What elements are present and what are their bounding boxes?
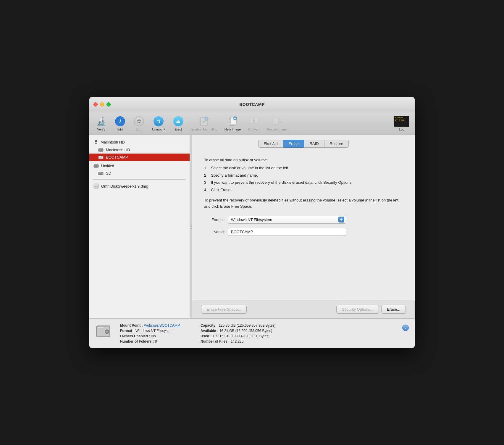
owners-enabled-row: Owners Enabled : No <box>120 334 180 338</box>
svg-rect-21 <box>94 165 96 165</box>
traffic-lights <box>93 102 111 107</box>
close-button[interactable] <box>93 102 98 107</box>
burn-icon: ☢ <box>133 116 145 127</box>
erase-step-4: 4 Click Erase. <box>204 187 403 193</box>
log-button[interactable]: WARNIN AY 7:86 Log <box>392 115 412 132</box>
format-key: Format <box>120 329 132 333</box>
step-num: 1 <box>204 165 206 171</box>
disk-small-icon <box>98 171 104 175</box>
svg-point-25 <box>102 173 103 174</box>
svg-rect-24 <box>99 172 101 173</box>
owners-value: No <box>151 334 156 338</box>
verify-icon: 🔬 <box>96 116 107 127</box>
sidebar: 🖥 Macintosh HD Macintosh HD BOO <box>89 135 190 318</box>
format-value: Windows NT Filesystem <box>135 329 173 333</box>
available-key: Available <box>201 329 216 333</box>
erase-step-3: 3 If you want to prevent the recovery of… <box>204 180 403 186</box>
sidebar-item-omnidisksweeper[interactable]: dmg OmniDiskSweeper-1.9.dmg <box>89 182 190 190</box>
bottom-buttons: Erase Free Space... Security Options... … <box>192 300 415 318</box>
convert-button[interactable]: Convert <box>245 114 263 133</box>
disk-icon: 🖥 <box>93 139 98 145</box>
svg-rect-18 <box>99 156 101 157</box>
capacity-value: 125.36 GB (125,359,357,952 Bytes) <box>219 323 275 328</box>
sidebar-item-bootcamp[interactable]: BOOTCAMP <box>89 154 190 161</box>
unmount-icon: ⇅ <box>153 116 164 127</box>
enable-journaling-button[interactable]: + Enable Journaling <box>188 114 220 133</box>
svg-rect-8 <box>249 118 253 123</box>
used-key: Used <box>201 334 209 338</box>
log-label: Log <box>399 128 404 131</box>
num-folders-row: Number of Folders : 0 <box>120 339 180 344</box>
num-folders-value: 0 <box>155 339 157 344</box>
erase-intro: To erase all data on a disk or volume: <box>204 157 403 163</box>
info-left: Mount Point : /Volumes/BOOTCAMP Format :… <box>120 323 180 344</box>
main-window: BOOTCAMP 🔬 Verify i Info ☢ Burn ⇅ Unmo <box>89 97 415 348</box>
maximize-button[interactable] <box>106 102 111 107</box>
resize-image-button[interactable]: Resize Image <box>264 114 290 133</box>
num-folders-key: Number of Folders <box>120 339 152 344</box>
name-label: Name: <box>204 230 225 234</box>
mount-point-key: Mount Point <box>120 323 140 328</box>
resize-image-icon <box>271 116 282 127</box>
step-num: 3 <box>204 180 206 186</box>
svg-text:dmg: dmg <box>94 185 98 188</box>
format-select-container: Windows NT Filesystem <box>228 216 346 224</box>
right-panel: First Aid Erase RAID Restore To erase al… <box>192 135 415 318</box>
disk-small-icon <box>93 164 99 168</box>
svg-point-16 <box>102 149 103 150</box>
format-row: Format: Windows NT Filesystem <box>204 216 403 224</box>
svg-point-22 <box>97 165 98 166</box>
tab-first-aid[interactable]: First Aid <box>258 140 283 148</box>
erase-step-2: 2 Specify a format and name. <box>204 172 403 179</box>
mount-point-value[interactable]: /Volumes/BOOTCAMP <box>144 323 180 328</box>
sidebar-item-sd[interactable]: SD <box>89 170 190 177</box>
name-input[interactable] <box>228 228 346 236</box>
tab-restore[interactable]: Restore <box>324 140 349 148</box>
sidebar-item-label: BOOTCAMP <box>106 155 128 159</box>
tab-raid[interactable]: RAID <box>304 140 324 148</box>
eject-button[interactable]: ⏏ Eject <box>169 114 187 133</box>
used-value: 109.15 GB (109,149,900,800 Bytes) <box>213 334 269 338</box>
security-options-button[interactable]: Security Options... <box>336 305 379 314</box>
erase-step-1: 1 Select the disk or volume in the list … <box>204 165 403 171</box>
enable-journaling-icon: + <box>199 116 210 127</box>
step-text: Click Erase. <box>211 187 231 193</box>
main-content: 🖥 Macintosh HD Macintosh HD BOO <box>89 135 415 318</box>
new-image-button[interactable]: New Image <box>222 114 244 133</box>
tabs-row: First Aid Erase RAID Restore <box>192 135 415 151</box>
format-select[interactable]: Windows NT Filesystem <box>228 216 346 224</box>
svg-text:+: + <box>206 118 207 120</box>
erase-button[interactable]: Erase... <box>381 305 406 314</box>
num-files-row: Number of Files : 142,236 <box>201 339 276 344</box>
toolbar: 🔬 Verify i Info ☢ Burn ⇅ Unmount ⏏ <box>89 112 415 135</box>
capacity-key: Capacity <box>201 323 215 328</box>
sidebar-item-label: Macintosh HD <box>101 140 125 144</box>
sidebar-divider <box>93 179 185 180</box>
format-label: Format: <box>204 217 225 222</box>
help-button[interactable]: ? <box>402 325 409 331</box>
svg-rect-30 <box>98 327 104 328</box>
eject-icon: ⏏ <box>173 116 184 127</box>
info-button[interactable]: i Info <box>111 114 129 133</box>
svg-rect-15 <box>99 149 101 149</box>
info-icon: i <box>114 116 126 127</box>
erase-tab-content: To erase all data on a disk or volume: 1… <box>192 151 415 300</box>
burn-button[interactable]: ☢ Burn <box>130 114 148 133</box>
disk-icon-large <box>95 323 111 339</box>
step-text: Specify a format and name. <box>211 172 258 179</box>
verify-button[interactable]: 🔬 Verify <box>92 114 110 133</box>
minimize-button[interactable] <box>100 102 104 107</box>
num-files-key: Number of Files <box>201 339 227 344</box>
sidebar-item-untitled[interactable]: Untitled <box>89 162 190 170</box>
sidebar-item-macintosh-hd[interactable]: 🖥 Macintosh HD <box>89 138 190 146</box>
svg-rect-9 <box>254 118 258 123</box>
colon: : <box>217 329 218 333</box>
unmount-button[interactable]: ⇅ Unmount <box>149 114 168 133</box>
svg-rect-10 <box>273 118 278 125</box>
step-num: 2 <box>204 172 206 179</box>
resize-handle[interactable] <box>190 135 192 318</box>
erase-free-space-button[interactable]: Erase Free Space... <box>201 305 247 314</box>
colon: : <box>153 339 154 344</box>
sidebar-item-macintosh-hd-vol[interactable]: Macintosh HD <box>89 146 190 154</box>
tab-erase[interactable]: Erase <box>283 140 304 148</box>
